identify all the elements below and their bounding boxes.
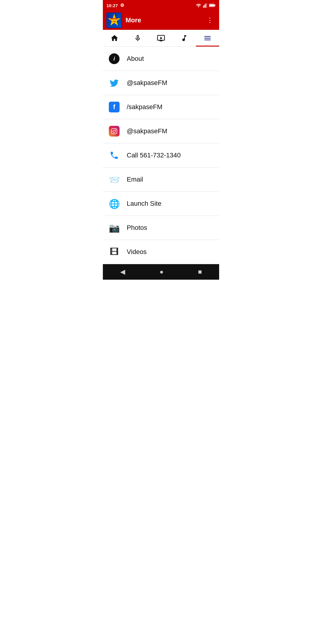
status-bar-left: 10:27 ⚙: [106, 3, 124, 8]
tab-more[interactable]: [196, 30, 219, 47]
camera-icon: 📷: [109, 223, 120, 233]
about-icon-wrapper: i: [108, 52, 121, 65]
email-icon-wrapper: 📨: [108, 173, 121, 186]
svg-rect-6: [215, 5, 216, 6]
film-icon: 🎞: [110, 247, 119, 257]
tab-home[interactable]: [103, 30, 126, 47]
mic-icon: [134, 34, 142, 42]
tv-icon: [157, 34, 165, 42]
twitter-label: @sakpaseFM: [127, 79, 167, 87]
instagram-icon: [109, 126, 120, 137]
phone-icon-wrapper: [108, 149, 121, 162]
menu-item-videos[interactable]: 🎞 Videos: [103, 240, 219, 264]
status-time: 10:27: [106, 3, 118, 8]
facebook-label: /sakpaseFM: [127, 103, 162, 111]
status-bar: 10:27 ⚙: [103, 0, 219, 11]
menu-item-email[interactable]: 📨 Email: [103, 168, 219, 192]
app-bar-title: More: [126, 16, 141, 24]
film-icon-wrapper: 🎞: [108, 245, 121, 258]
battery-icon: [209, 3, 216, 7]
more-menu-button[interactable]: ⋮: [204, 15, 216, 25]
photos-label: Photos: [127, 224, 147, 232]
twitter-icon-wrapper: [108, 76, 121, 89]
info-icon: i: [109, 53, 120, 64]
menu-item-instagram[interactable]: @sakpaseFM: [103, 119, 219, 143]
app-logo: WPERFM: [106, 13, 122, 28]
globe-icon-wrapper: 🌐: [108, 197, 121, 210]
menu-item-about[interactable]: i About: [103, 47, 219, 71]
svg-rect-3: [207, 3, 207, 8]
wifi-icon: [196, 3, 201, 7]
menu-icon: [203, 34, 212, 42]
home-icon: [110, 34, 119, 42]
menu-item-photos[interactable]: 📷 Photos: [103, 216, 219, 240]
tab-mic[interactable]: [126, 30, 149, 47]
svg-marker-7: [160, 37, 162, 39]
about-label: About: [127, 55, 144, 63]
instagram-icon-wrapper: [108, 125, 121, 138]
twitter-icon: [109, 78, 119, 88]
svg-rect-0: [203, 6, 204, 8]
back-button[interactable]: ◀: [114, 267, 131, 277]
menu-item-facebook[interactable]: f /sakpaseFM: [103, 95, 219, 119]
music-icon: [180, 34, 188, 42]
recent-button[interactable]: ■: [192, 267, 208, 277]
signal-icon: [203, 3, 207, 8]
menu-item-call[interactable]: Call 561-732-1340: [103, 143, 219, 168]
menu-list: i About @sakpaseFM f /sakpaseFM @sakpase…: [103, 47, 219, 264]
settings-icon: ⚙: [120, 3, 124, 8]
app-bar-left: WPERFM More: [106, 13, 141, 28]
svg-rect-5: [209, 4, 214, 6]
website-label: Launch Site: [127, 200, 161, 208]
app-bar: WPERFM More ⋮: [103, 11, 219, 30]
call-label: Call 561-732-1340: [127, 151, 181, 159]
svg-rect-2: [205, 4, 206, 8]
bottom-navigation: ◀ ● ■: [103, 264, 219, 280]
instagram-label: @sakpaseFM: [127, 127, 167, 135]
facebook-icon: f: [109, 102, 120, 112]
menu-item-twitter[interactable]: @sakpaseFM: [103, 71, 219, 95]
home-button[interactable]: ●: [154, 267, 169, 277]
email-label: Email: [127, 176, 143, 183]
videos-label: Videos: [127, 248, 147, 256]
globe-icon: 🌐: [109, 199, 120, 209]
svg-rect-1: [204, 4, 205, 8]
tab-tv[interactable]: [149, 30, 173, 47]
email-icon: 📨: [109, 174, 120, 185]
menu-item-website[interactable]: 🌐 Launch Site: [103, 192, 219, 216]
tab-navigation: [103, 30, 219, 47]
tab-music[interactable]: [173, 30, 196, 47]
camera-icon-wrapper: 📷: [108, 221, 121, 234]
phone-icon: [109, 151, 119, 160]
facebook-icon-wrapper: f: [108, 100, 121, 114]
status-bar-right: [196, 3, 216, 8]
